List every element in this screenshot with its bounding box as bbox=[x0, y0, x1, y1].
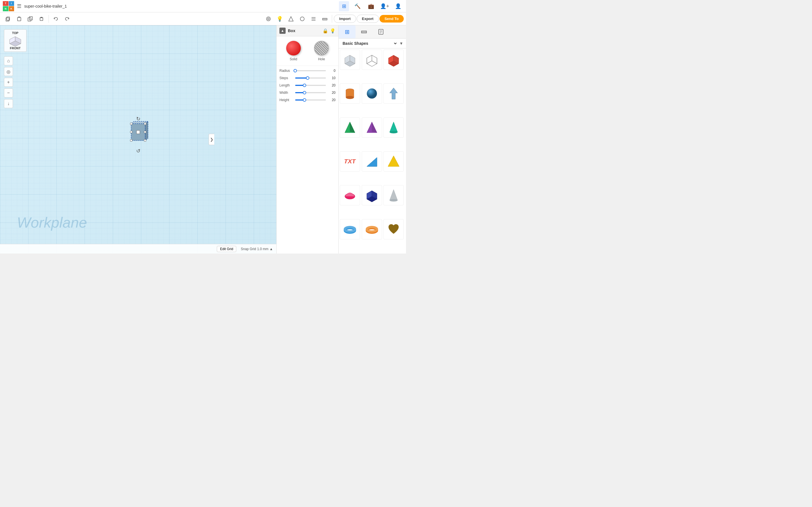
panel-collapse-button[interactable]: ▲ bbox=[280, 27, 286, 34]
svg-marker-66 bbox=[372, 122, 377, 133]
shape-item-pyramid-green[interactable] bbox=[340, 117, 360, 138]
menu-icon[interactable]: ☰ bbox=[17, 3, 21, 9]
radius-track bbox=[295, 70, 326, 71]
nav-cube[interactable]: TOP FRONT bbox=[4, 29, 27, 52]
circle-tool-btn[interactable] bbox=[297, 13, 308, 24]
svg-rect-2 bbox=[17, 17, 21, 21]
zoom-in-tool[interactable]: + bbox=[4, 78, 13, 87]
height-thumb[interactable] bbox=[303, 98, 306, 102]
svg-point-58 bbox=[346, 96, 354, 99]
width-thumb[interactable] bbox=[303, 91, 306, 94]
svg-rect-26 bbox=[144, 139, 146, 142]
briefcase-icon[interactable]: 💼 bbox=[366, 1, 376, 11]
shapes-grid-tab[interactable]: ⊞ bbox=[339, 25, 356, 38]
lock-icon[interactable]: 🔒 bbox=[322, 28, 328, 34]
length-label: Length bbox=[280, 83, 294, 87]
sendto-button[interactable]: Send To bbox=[379, 15, 404, 22]
add-user-icon[interactable]: 👤+ bbox=[379, 1, 390, 11]
edit-grid-button[interactable]: Edit Grid bbox=[217, 246, 236, 252]
shape-item-text-3d[interactable]: TXT bbox=[340, 151, 360, 172]
viewport-bottom: Edit Grid Snap Grid 1.0 mm ▲ bbox=[0, 244, 276, 253]
length-thumb[interactable] bbox=[303, 83, 306, 87]
delete-button[interactable] bbox=[36, 13, 47, 24]
ruler-btn[interactable] bbox=[319, 13, 330, 24]
svg-point-68 bbox=[390, 131, 398, 133]
shape-item-paraboloid[interactable] bbox=[340, 185, 360, 205]
svg-rect-23 bbox=[130, 123, 132, 125]
nav-front-label: FRONT bbox=[10, 47, 20, 50]
shape-item-cone-teal[interactable] bbox=[384, 117, 404, 138]
home-tool[interactable]: ⌂ bbox=[4, 56, 13, 65]
shapes-notes-tab[interactable] bbox=[372, 25, 389, 38]
undo-button[interactable] bbox=[50, 13, 61, 24]
radius-value: 0 bbox=[327, 69, 336, 73]
radius-thumb[interactable] bbox=[294, 69, 297, 72]
shapes-panel: ⊞ Basic Shapes Text Connectors ▼ bbox=[338, 25, 406, 253]
rotate-top-arrow[interactable]: ↻ bbox=[136, 116, 140, 122]
redo-button[interactable] bbox=[62, 13, 72, 24]
app-logo[interactable]: T I N K bbox=[3, 1, 14, 11]
copy-button[interactable] bbox=[2, 13, 13, 24]
hole-option[interactable]: Hole bbox=[314, 41, 329, 61]
rotate-bottom-arrow[interactable]: ↺ bbox=[136, 148, 140, 154]
svg-point-9 bbox=[300, 17, 304, 21]
paste-button[interactable] bbox=[13, 13, 24, 24]
shapes-category-select[interactable]: Basic Shapes Text Connectors bbox=[342, 41, 398, 46]
svg-point-6 bbox=[266, 17, 270, 21]
duplicate-button[interactable] bbox=[25, 13, 36, 24]
shape-item-arrow-3d[interactable] bbox=[384, 83, 404, 104]
hammer-icon[interactable]: 🔨 bbox=[352, 1, 363, 11]
shape-item-box-wireframe[interactable] bbox=[362, 50, 382, 70]
snap-grid-value: 1.0 mm bbox=[257, 247, 268, 251]
shape-item-cylinder[interactable] bbox=[340, 83, 360, 104]
selected-object[interactable]: ↻ bbox=[127, 121, 149, 149]
view-annotations-btn[interactable] bbox=[263, 13, 274, 24]
export-button[interactable]: Export bbox=[357, 15, 379, 23]
svg-point-7 bbox=[267, 18, 269, 20]
height-track bbox=[295, 100, 326, 101]
solid-option[interactable]: Solid bbox=[286, 41, 301, 61]
shape-item-sphere[interactable] bbox=[362, 83, 382, 104]
panel-header: ▲ Box 🔒 💡 bbox=[276, 25, 338, 36]
main-content: Workplane ↻ bbox=[0, 25, 406, 253]
chevron-down-icon: ▼ bbox=[399, 41, 403, 46]
shape-tool-btn[interactable] bbox=[286, 13, 296, 24]
height-value: 20 bbox=[327, 98, 336, 102]
shapes-ruler-tab[interactable] bbox=[356, 25, 372, 38]
svg-rect-27 bbox=[130, 131, 132, 133]
steps-thumb[interactable] bbox=[306, 76, 309, 80]
svg-marker-64 bbox=[350, 122, 355, 133]
shape-item-prism[interactable] bbox=[384, 151, 404, 172]
grid-view-icon[interactable]: ⊞ bbox=[339, 1, 349, 11]
shape-item-wedge[interactable] bbox=[362, 151, 382, 172]
shape-item-box-striped[interactable] bbox=[340, 50, 360, 70]
shape-item-torus-orange[interactable] bbox=[362, 219, 382, 239]
panel-toggle[interactable]: ❯ bbox=[209, 134, 214, 145]
shape-item-pyramid-purple[interactable] bbox=[362, 117, 382, 138]
shape-item-heart[interactable] bbox=[384, 219, 404, 239]
height-label: Height bbox=[280, 98, 294, 102]
hole-label: Hole bbox=[318, 57, 325, 61]
download-tool[interactable]: ↓ bbox=[4, 99, 13, 108]
align-btn[interactable] bbox=[308, 13, 319, 24]
zoom-out-tool[interactable]: − bbox=[4, 89, 13, 98]
shape-item-cube-blue[interactable] bbox=[362, 185, 382, 205]
profile-icon[interactable]: 👤 bbox=[393, 1, 403, 11]
workplane[interactable]: Workplane ↻ bbox=[0, 25, 276, 253]
svg-marker-76 bbox=[390, 189, 398, 200]
light-btn[interactable]: 💡 bbox=[274, 13, 285, 24]
shape-item-torus-blue[interactable] bbox=[340, 219, 360, 239]
shape-item-cone-gray[interactable] bbox=[384, 185, 404, 205]
text-3d-shape: TXT bbox=[344, 159, 356, 165]
shape-panel-tabs: ⊞ bbox=[339, 25, 406, 39]
left-tools: ⌂ ◎ + − ↓ bbox=[4, 56, 13, 108]
svg-point-61 bbox=[367, 89, 377, 99]
import-button[interactable]: Import bbox=[334, 15, 356, 23]
lightbulb-icon[interactable]: 💡 bbox=[330, 28, 336, 34]
snap-grid-arrow[interactable]: ▲ bbox=[269, 247, 273, 251]
svg-marker-71 bbox=[388, 156, 399, 166]
logo-k: K bbox=[9, 6, 14, 11]
fit-tool[interactable]: ◎ bbox=[4, 67, 13, 76]
svg-rect-24 bbox=[144, 123, 146, 125]
shape-item-cube-red[interactable] bbox=[384, 50, 404, 70]
